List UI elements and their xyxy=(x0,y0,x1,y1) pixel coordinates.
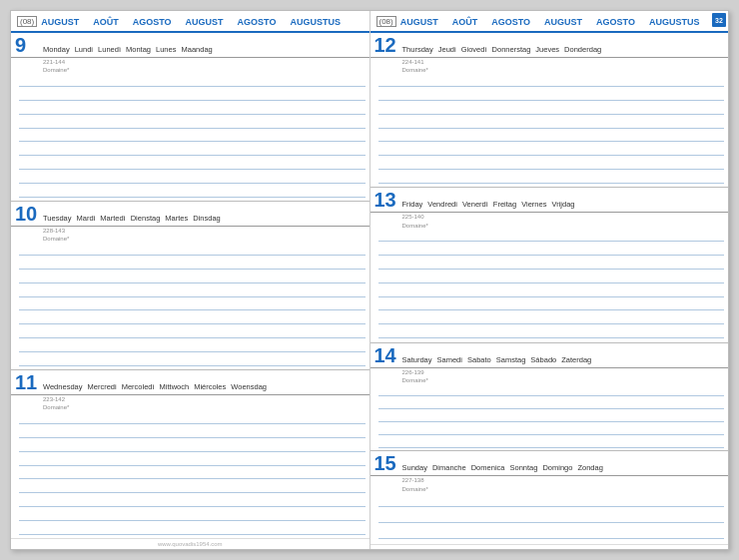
r-month-aug-en: AUGUST xyxy=(400,17,438,27)
day-block-13: 13 Friday Vendredi Venerdì Freitag Viern… xyxy=(370,188,729,342)
line xyxy=(378,301,725,310)
dn-de-15: Sonntag xyxy=(509,463,537,472)
day-block-11: 11 Wednesday Mercredi Mercoledì Mittwoch… xyxy=(11,370,370,538)
day-title-13: 13 Friday Vendredi Venerdì Freitag Viern… xyxy=(370,188,729,213)
line xyxy=(378,120,725,129)
line xyxy=(378,387,725,396)
line xyxy=(19,329,366,338)
dn-de-9: Montag xyxy=(126,45,151,54)
line xyxy=(19,470,366,479)
dn-fr-14: Samedi xyxy=(437,355,462,364)
left-month-names: AUGUST AOÛT AGOSTO AUGUST AGOSTO AUGUSTU… xyxy=(41,17,347,27)
month-aug-es: AGOSTO xyxy=(238,17,277,27)
day-sub-9: 221-144Domaine* xyxy=(11,58,370,75)
dn-nl-11: Woensdag xyxy=(231,382,267,391)
line xyxy=(19,133,366,142)
month-aug-de: AUGUST xyxy=(186,17,224,27)
line xyxy=(19,301,366,310)
line xyxy=(19,343,366,352)
line xyxy=(378,275,725,283)
day-number-15: 15 xyxy=(374,452,400,474)
dn-it-10: Martedì xyxy=(100,214,125,223)
day-title-9: 9 Monday Lundi Lunedì Montag Lunes Maand… xyxy=(11,33,370,58)
dn-es-10: Martes xyxy=(165,214,188,223)
line xyxy=(378,261,725,270)
line xyxy=(378,106,725,115)
line xyxy=(19,429,366,438)
r-month-aug-es: AGOSTO xyxy=(596,17,635,27)
right-header: (08) AUGUST AOÛT AGOSTO AUGUST AGOSTO AU… xyxy=(370,11,729,33)
line xyxy=(19,498,366,507)
line xyxy=(19,315,366,324)
dn-nl-14: Zaterdag xyxy=(561,355,591,364)
day-block-14: 14 Saturday Samedi Sabato Samstag Sábado… xyxy=(370,343,729,452)
right-footer xyxy=(370,544,729,549)
day-title-11: 11 Wednesday Mercredi Mercoledì Mittwoch… xyxy=(11,370,370,395)
right-month-names: AUGUST AOÛT AGOSTO AUGUST AGOSTO AUGUSTU… xyxy=(400,17,706,27)
dn-de-13: Freitag xyxy=(493,200,516,209)
day-names-9: Monday Lundi Lunedì Montag Lunes Maandag xyxy=(43,45,213,54)
line xyxy=(19,288,366,297)
lines-9 xyxy=(11,75,370,201)
line xyxy=(19,357,366,366)
lines-13 xyxy=(370,230,729,341)
month-aug-nl: AUGUSTUS xyxy=(290,17,341,27)
line xyxy=(19,512,366,521)
dn-de-12: Donnerstag xyxy=(492,45,531,54)
week-badge: 32 xyxy=(712,13,726,27)
line xyxy=(378,288,725,297)
dn-it-13: Venerdì xyxy=(462,200,488,209)
right-days: 12 Thursday Jeudi Giovedì Donnerstag Jue… xyxy=(370,33,729,544)
right-month-num: (08) xyxy=(376,16,396,27)
line xyxy=(378,175,725,184)
line xyxy=(19,147,366,156)
line xyxy=(19,457,366,466)
day-block-12: 12 Thursday Jeudi Giovedì Donnerstag Jue… xyxy=(370,33,729,188)
lines-15 xyxy=(370,493,729,544)
dn-en-10: Tuesday xyxy=(43,214,72,223)
line xyxy=(378,161,725,170)
day-title-10: 10 Tuesday Mardi Martedì Dienstag Martes… xyxy=(11,202,370,227)
dn-nl-9: Maandag xyxy=(181,45,212,54)
dn-nl-13: Vrijdag xyxy=(551,200,574,209)
lines-10 xyxy=(11,244,370,369)
footer-url: www.quovadis1954.com xyxy=(158,541,223,547)
line xyxy=(378,400,725,409)
line xyxy=(378,329,725,338)
line xyxy=(378,133,725,142)
line xyxy=(19,120,366,129)
left-footer: www.quovadis1954.com xyxy=(11,538,370,549)
dn-fr-12: Jeudi xyxy=(438,45,456,54)
line xyxy=(19,275,366,283)
lines-12 xyxy=(370,75,729,187)
line xyxy=(378,514,725,523)
dn-es-9: Lunes xyxy=(156,45,176,54)
dn-nl-12: Donderdag xyxy=(564,45,601,54)
line xyxy=(19,106,366,115)
line xyxy=(19,484,366,493)
dn-de-14: Samstag xyxy=(496,355,526,364)
dn-it-9: Lunedì xyxy=(98,45,121,54)
line xyxy=(378,233,725,242)
line xyxy=(19,175,366,184)
day-block-9: 9 Monday Lundi Lunedì Montag Lunes Maand… xyxy=(11,33,370,202)
day-sub-14: 226-139Domaine* xyxy=(370,368,729,385)
dn-it-11: Mercoledì xyxy=(122,382,155,391)
day-sub-10: 228-143Domaine* xyxy=(11,227,370,244)
day-number-11: 11 xyxy=(15,371,41,393)
dn-en-12: Thursday xyxy=(402,45,433,54)
dn-es-11: Miércoles xyxy=(194,382,226,391)
dn-fr-15: Dimanche xyxy=(432,463,466,472)
month-aug-en: AUGUST xyxy=(41,17,79,27)
dn-it-12: Giovedì xyxy=(461,45,487,54)
left-page: (08) AUGUST AOÛT AGOSTO AUGUST AGOSTO AU… xyxy=(11,11,370,549)
day-title-12: 12 Thursday Jeudi Giovedì Donnerstag Jue… xyxy=(370,33,729,58)
dn-it-15: Domenica xyxy=(471,463,505,472)
month-aug-fr: AOÛT xyxy=(93,17,119,27)
day-sub-11: 223-142Domaine* xyxy=(11,395,370,412)
day-sub-13: 225-140Domaine* xyxy=(370,213,729,230)
line xyxy=(19,78,366,87)
line xyxy=(378,413,725,422)
line xyxy=(378,315,725,324)
line xyxy=(378,439,725,448)
